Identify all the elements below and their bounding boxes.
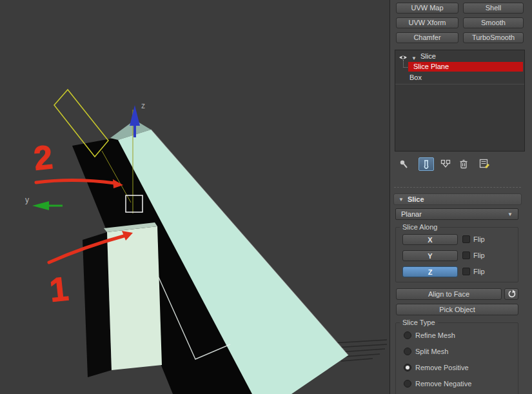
flip-x-label: Flip xyxy=(473,235,485,244)
modifier-button-smooth[interactable]: Smooth xyxy=(463,17,524,28)
annotation-digit-2: 2 xyxy=(32,138,54,177)
modifier-button-shell[interactable]: Shell xyxy=(463,3,524,14)
stack-item-slice[interactable]: ▼ Slice xyxy=(395,52,524,61)
slice-type-label: Slice Type xyxy=(400,319,438,326)
slice-axis-z-button[interactable]: Z xyxy=(402,266,458,277)
command-panel: UVW Map Shell UVW Xform Smooth Chamfer T… xyxy=(389,0,532,394)
flip-y-label: Flip xyxy=(473,251,485,260)
radio-refine-mesh[interactable] xyxy=(404,331,411,339)
modifier-button-uvw-xform[interactable]: UVW Xform xyxy=(396,17,458,28)
radio-remove-positive[interactable] xyxy=(404,364,411,371)
slice-mode-dropdown[interactable]: Planar ▼ xyxy=(395,208,518,220)
flip-z-checkbox[interactable] xyxy=(462,268,470,275)
slice-axis-x-button[interactable]: X xyxy=(402,234,458,245)
radio-remove-negative-label: Remove Negative xyxy=(415,379,471,388)
viewport-3d[interactable]: z y 2 1 xyxy=(0,0,389,394)
small-box-object[interactable] xyxy=(107,226,162,370)
rollout-separator xyxy=(394,187,521,188)
circular-arrow-icon xyxy=(507,290,516,299)
slice-along-label: Slice Along xyxy=(400,223,440,231)
slice-axis-y-button[interactable]: Y xyxy=(402,250,458,261)
slice-along-group: Slice Along X Flip Y Flip Z Flip xyxy=(395,227,518,282)
interactive-align-button[interactable] xyxy=(504,288,518,300)
stack-item-label: Slice Plane xyxy=(413,63,449,70)
stack-item-label: Slice xyxy=(420,52,436,61)
pin-stack-icon[interactable] xyxy=(399,159,409,172)
gizmo-y-label: y xyxy=(25,195,29,204)
small-box-side-face xyxy=(83,232,112,377)
radio-refine-mesh-label: Refine Mesh xyxy=(415,331,455,340)
modifier-button-uvw-map[interactable]: UVW Map xyxy=(396,3,458,14)
stack-item-slice-plane[interactable]: Slice Plane xyxy=(408,62,523,72)
gizmo-z-label: z xyxy=(141,101,145,110)
radio-split-mesh[interactable] xyxy=(404,348,411,355)
align-to-face-button[interactable]: Align to Face xyxy=(396,288,502,300)
modifier-stack-list: ▼ Slice Slice Plane Box xyxy=(395,50,525,152)
chevron-down-icon: ▼ xyxy=(507,212,513,217)
app-root: z y 2 1 UVW Map Sh xyxy=(0,0,532,394)
flip-y-checkbox[interactable] xyxy=(462,251,470,259)
remove-modifier-trash-icon[interactable] xyxy=(458,159,469,172)
stack-item-label: Box xyxy=(409,74,422,81)
stack-divider xyxy=(395,84,524,84)
flip-x-checkbox[interactable] xyxy=(462,235,470,243)
pick-object-button[interactable]: Pick Object xyxy=(396,304,518,315)
modifier-button-chamfer[interactable]: Chamfer xyxy=(396,32,458,43)
rollout-title: Slice xyxy=(408,195,424,203)
configure-modifier-sets-icon[interactable] xyxy=(479,159,491,172)
show-end-result-button[interactable] xyxy=(419,157,434,171)
slice-type-group: Slice Type Refine Mesh Split Mesh Remove… xyxy=(395,322,518,394)
viewport-scene[interactable]: z y 2 1 xyxy=(0,0,389,394)
annotation-digit-1: 1 xyxy=(48,270,70,309)
slice-mode-value: Planar xyxy=(401,210,422,218)
show-end-result-icon xyxy=(421,159,431,170)
flip-z-label: Flip xyxy=(473,267,485,276)
rollout-collapse-icon: ▼ xyxy=(399,197,404,202)
modifier-button-turbosmooth[interactable]: TurboSmooth xyxy=(463,32,524,43)
make-unique-icon[interactable] xyxy=(440,159,451,172)
stack-item-box[interactable]: Box xyxy=(409,73,422,83)
radio-split-mesh-label: Split Mesh xyxy=(415,347,448,356)
slice-rollout-header[interactable]: ▼ Slice xyxy=(393,193,522,205)
radio-remove-positive-label: Remove Positive xyxy=(415,363,469,372)
radio-remove-negative[interactable] xyxy=(404,380,411,388)
